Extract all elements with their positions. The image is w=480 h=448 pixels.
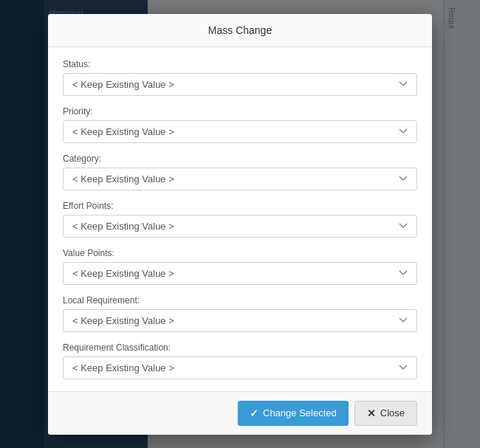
label-effort_points: Effort Points: <box>63 201 417 211</box>
check-icon: ✓ <box>250 407 258 419</box>
modal-backdrop: Mass Change Status:< Keep Existing Value… <box>0 0 480 448</box>
select-requirement_classification[interactable]: < Keep Existing Value > <box>63 356 417 379</box>
label-status: Status: <box>63 59 417 69</box>
select-local_requirement[interactable]: < Keep Existing Value > <box>63 309 417 332</box>
label-priority: Priority: <box>63 106 417 117</box>
close-button[interactable]: ✕ Close <box>354 401 417 426</box>
x-icon: ✕ <box>367 407 376 419</box>
modal-body: Status:< Keep Existing Value >Priority:<… <box>48 47 432 391</box>
field-group-priority: Priority:< Keep Existing Value > <box>63 106 417 143</box>
modal-title: Mass Change <box>48 14 432 47</box>
select-status[interactable]: < Keep Existing Value > <box>63 73 417 96</box>
close-label: Close <box>380 407 405 418</box>
label-local_requirement: Local Requirement: <box>63 295 417 306</box>
field-group-local_requirement: Local Requirement:< Keep Existing Value … <box>63 295 417 332</box>
field-group-requirement_classification: Requirement Classification:< Keep Existi… <box>63 342 417 379</box>
label-requirement_classification: Requirement Classification: <box>63 342 417 353</box>
modal-footer: ✓ Change Selected ✕ Close <box>48 391 432 435</box>
select-priority[interactable]: < Keep Existing Value > <box>63 120 417 143</box>
label-category: Category: <box>63 154 417 164</box>
select-value_points[interactable]: < Keep Existing Value > <box>63 262 417 285</box>
select-effort_points[interactable]: < Keep Existing Value > <box>63 215 417 238</box>
field-group-value_points: Value Points:< Keep Existing Value > <box>63 248 417 285</box>
field-group-effort_points: Effort Points:< Keep Existing Value > <box>63 201 417 238</box>
field-group-category: Category:< Keep Existing Value > <box>63 154 417 190</box>
select-category[interactable]: < Keep Existing Value > <box>63 168 417 190</box>
field-group-status: Status:< Keep Existing Value > <box>63 59 417 96</box>
change-selected-button[interactable]: ✓ Change Selected <box>238 401 349 426</box>
label-value_points: Value Points: <box>63 248 417 258</box>
mass-change-modal: Mass Change Status:< Keep Existing Value… <box>48 14 432 435</box>
change-selected-label: Change Selected <box>263 407 337 418</box>
